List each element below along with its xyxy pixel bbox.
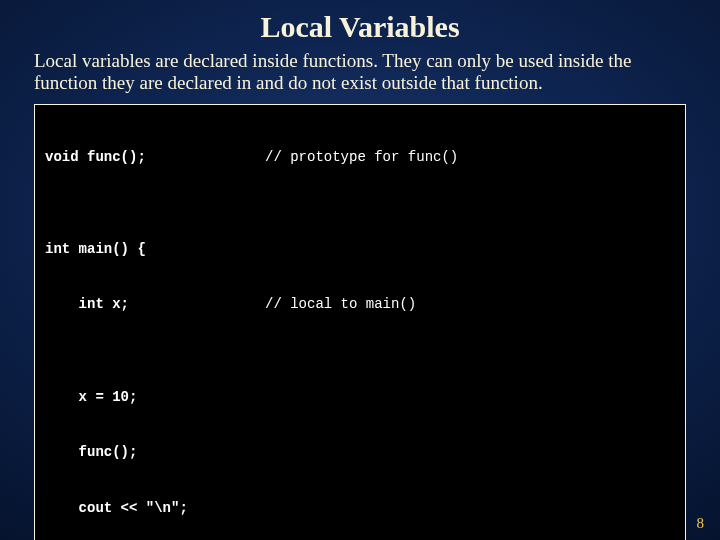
code-left: func();: [45, 443, 265, 461]
code-comment: // local to main(): [265, 295, 675, 313]
code-line: x = 10;: [45, 388, 675, 406]
code-comment: // prototype for func(): [265, 148, 675, 166]
code-left: cout << "\n";: [45, 499, 265, 517]
page-number: 8: [697, 515, 705, 532]
code-left: int main() {: [45, 240, 265, 258]
code-line: int x;// local to main(): [45, 295, 675, 313]
code-left: x = 10;: [45, 388, 265, 406]
slide-description: Local variables are declared inside func…: [34, 50, 686, 94]
code-line: cout << "\n";: [45, 499, 675, 517]
code-line: func();: [45, 443, 675, 461]
code-line: void func();// prototype for func(): [45, 148, 675, 166]
code-left: int x;: [45, 295, 265, 313]
code-block: void func();// prototype for func() int …: [34, 104, 686, 540]
code-line: int main() {: [45, 240, 675, 258]
slide-title: Local Variables: [34, 10, 686, 44]
code-left: void func();: [45, 148, 265, 166]
slide: Local Variables Local variables are decl…: [0, 0, 720, 540]
